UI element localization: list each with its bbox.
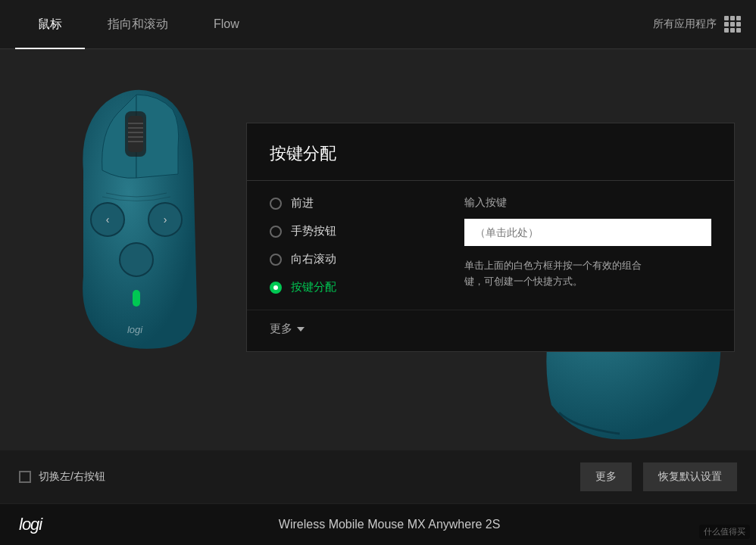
apps-grid-icon[interactable]: [724, 16, 741, 33]
toggle-buttons-checkbox-wrap[interactable]: 切换左/右按钮: [19, 470, 105, 484]
radio-forward: [270, 198, 282, 210]
radio-key-assign: [270, 282, 282, 294]
svg-rect-12: [133, 290, 140, 307]
radio-gesture: [270, 226, 282, 238]
panel-title: 按键分配: [247, 123, 734, 181]
more-options-button[interactable]: 更多: [247, 310, 734, 351]
radio-scroll-right: [270, 254, 282, 266]
input-key-title: 输入按键: [464, 196, 711, 210]
device-name: Wireless Mobile Mouse MX Anywhere 2S: [42, 518, 737, 531]
key-assignment-panel: 按键分配 前进 手势按钮 向右滚动 按键分配: [246, 123, 735, 352]
svg-point-11: [120, 243, 153, 276]
option-scroll-right-label: 向右滚动: [291, 252, 336, 266]
option-key-assign[interactable]: 按键分配: [270, 280, 434, 294]
more-button[interactable]: 更多: [580, 462, 632, 491]
svg-text:logi: logi: [127, 324, 143, 335]
logi-logo: logi: [19, 515, 42, 534]
tab-mouse[interactable]: 鼠标: [15, 0, 85, 49]
tab-flow[interactable]: Flow: [191, 0, 262, 49]
watermark: 什么值得买: [699, 525, 750, 539]
top-nav: 鼠标 指向和滚动 Flow 所有应用程序: [0, 0, 756, 49]
toggle-buttons-checkbox[interactable]: [19, 471, 31, 483]
option-scroll-right[interactable]: 向右滚动: [270, 252, 434, 266]
option-gesture-label: 手势按钮: [291, 224, 336, 238]
right-panel: 输入按键 单击上面的白色方框并按一个有效的组合键，可创建一个快捷方式。: [464, 196, 711, 294]
panel-body: 前进 手势按钮 向右滚动 按键分配 输入按键 单击上面的白色方框并按一: [247, 181, 734, 310]
reset-button[interactable]: 恢复默认设置: [643, 462, 737, 491]
svg-rect-1: [128, 116, 143, 152]
options-list: 前进 手势按钮 向右滚动 按键分配: [270, 196, 434, 294]
main-content: ‹ › logi: [0, 49, 756, 450]
option-forward-label: 前进: [291, 196, 314, 210]
option-gesture[interactable]: 手势按钮: [270, 224, 434, 238]
key-input-field[interactable]: [464, 219, 711, 246]
svg-text:›: ›: [164, 213, 167, 226]
mouse-front-view: ‹ › logi: [45, 64, 242, 367]
option-forward[interactable]: 前进: [270, 196, 434, 210]
toggle-buttons-label: 切换左/右按钮: [39, 470, 105, 484]
tab-pointing[interactable]: 指向和滚动: [85, 0, 191, 49]
bottom-bar: 切换左/右按钮 更多 恢复默认设置: [0, 450, 756, 503]
hint-text: 单击上面的白色方框并按一个有效的组合键，可创建一个快捷方式。: [464, 258, 711, 290]
all-apps-section[interactable]: 所有应用程序: [653, 16, 741, 33]
chevron-down-icon: [297, 327, 305, 332]
option-key-assign-label: 按键分配: [291, 280, 336, 294]
svg-text:‹: ‹: [106, 213, 110, 226]
footer: logi Wireless Mobile Mouse MX Anywhere 2…: [0, 503, 756, 545]
